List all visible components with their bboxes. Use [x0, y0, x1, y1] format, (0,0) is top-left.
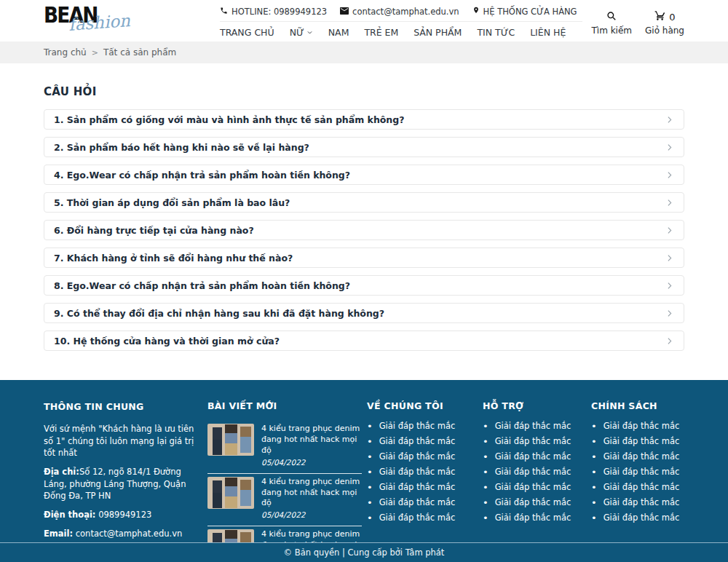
- faq-question: 6. Đổi hàng trực tiếp tại cửa hàng nào?: [54, 225, 254, 236]
- chevron-right-icon: [665, 226, 674, 235]
- footer-about-column: VỀ CHÚNG TÔI Giải đáp thắc mắcGiải đáp t…: [367, 400, 478, 542]
- footer-email-label: Email:: [44, 529, 73, 539]
- faq-row[interactable]: 6. Đổi hàng trực tiếp tại cửa hàng nào?: [44, 220, 684, 240]
- nav-item-tre-em[interactable]: TRẺ EM: [364, 27, 398, 38]
- faq-row[interactable]: 1. Sản phẩm có giống với màu và hình ảnh…: [44, 109, 684, 130]
- footer-link[interactable]: Giải đáp thắc mắc: [591, 482, 684, 492]
- header-actions: Tìm kiếm 0 Giỏ hàng: [591, 6, 684, 36]
- chevron-right-icon: [665, 115, 674, 124]
- nav-item-nam[interactable]: NAM: [328, 27, 349, 38]
- email-text: contact@tamphat.edu.vn: [352, 7, 459, 17]
- footer-link[interactable]: Giải đáp thắc mắc: [483, 451, 586, 462]
- search-button[interactable]: Tìm kiếm: [591, 10, 632, 36]
- post-thumbnail-image: [207, 529, 254, 542]
- breadcrumb: Trang chủ > Tất cả sản phẩm: [44, 41, 684, 63]
- footer-phone-label: Điện thoại:: [44, 510, 95, 520]
- breadcrumb-current: Tất cả sản phẩm: [103, 47, 176, 58]
- faq-row[interactable]: 5. Thời gian áp dụng đổi sản phẩm là bao…: [44, 192, 684, 213]
- envelope-icon: [340, 7, 349, 17]
- header: BEAN fashion HOTLINE: 0989949123 contact…: [0, 0, 728, 41]
- footer: THÔNG TIN CHUNG Với sứ mệnh "Khách hàng …: [0, 380, 728, 542]
- cart-count-badge: 0: [669, 12, 675, 23]
- footer-address: Địa chỉ:Số 12, ngõ 814/1 Đường Láng, phư…: [44, 466, 202, 502]
- faq-question: 8. Ego.Wear có chấp nhận trả sản phẩm ho…: [54, 280, 350, 291]
- post-thumbnail-image: [207, 424, 254, 456]
- footer-link[interactable]: Giải đáp thắc mắc: [591, 436, 684, 446]
- footer-support-links: Giải đáp thắc mắcGiải đáp thắc mắcGiải đ…: [483, 421, 586, 523]
- footer-about-links: Giải đáp thắc mắcGiải đáp thắc mắcGiải đ…: [367, 421, 478, 523]
- chevron-right-icon: [665, 309, 674, 318]
- faq-row[interactable]: 8. Ego.Wear có chấp nhận trả sản phẩm ho…: [44, 275, 684, 296]
- copyright-bar: © Bản quyền | Cung cấp bởi Tâm phát: [0, 542, 728, 562]
- footer-support-title: HỖ TRỢ: [483, 400, 586, 411]
- store-system-link[interactable]: HỆ THỐNG CỬA HÀNG: [472, 6, 577, 17]
- nav-item-lien-he[interactable]: LIÊN HỆ: [530, 27, 566, 38]
- nav-item-tin-tuc[interactable]: TIN TỨC: [477, 27, 515, 38]
- footer-link[interactable]: Giải đáp thắc mắc: [591, 497, 684, 507]
- post-thumbnail-image: [207, 477, 254, 509]
- footer-link[interactable]: Giải đáp thắc mắc: [483, 482, 586, 492]
- chevron-right-icon: [665, 170, 674, 180]
- footer-link[interactable]: Giải đáp thắc mắc: [591, 421, 684, 431]
- nav-item-nu[interactable]: NỮ: [290, 27, 313, 38]
- hotline-link[interactable]: HOTLINE: 0989949123: [220, 7, 327, 17]
- post-date: 05/04/2022: [261, 457, 362, 467]
- footer-link[interactable]: Giải đáp thắc mắc: [483, 421, 586, 431]
- footer-post-item[interactable]: 4 kiểu trang phục denim đang hot nhất ha…: [207, 421, 362, 474]
- footer-link[interactable]: Giải đáp thắc mắc: [367, 497, 478, 507]
- cart-label: Giỏ hàng: [645, 25, 684, 36]
- post-date: 05/04/2022: [261, 510, 362, 520]
- breadcrumb-home[interactable]: Trang chủ: [44, 47, 87, 58]
- footer-link[interactable]: Giải đáp thắc mắc: [591, 451, 684, 462]
- footer-mission: Với sứ mệnh "Khách hàng là ưu tiên số 1"…: [44, 423, 202, 459]
- faq-row[interactable]: 10. Hệ thống cửa hàng và thời gian mở cử…: [44, 331, 684, 351]
- chevron-right-icon: [665, 281, 674, 290]
- footer-link[interactable]: Giải đáp thắc mắc: [483, 497, 586, 507]
- footer-link[interactable]: Giải đáp thắc mắc: [483, 512, 586, 523]
- footer-address-label: Địa chỉ:: [44, 467, 79, 477]
- faq-row[interactable]: 7. Khách hàng ở tỉnh sẽ đổi hàng như thế…: [44, 248, 684, 268]
- faq-row[interactable]: 2. Sản phẩm báo hết hàng khi nào sẽ về l…: [44, 137, 684, 157]
- footer-link[interactable]: Giải đáp thắc mắc: [367, 451, 478, 462]
- footer-link[interactable]: Giải đáp thắc mắc: [591, 512, 684, 523]
- header-center: HOTLINE: 0989949123 contact@tamphat.edu.…: [220, 4, 582, 38]
- faq-question: 2. Sản phẩm báo hết hàng khi nào sẽ về l…: [54, 142, 309, 153]
- faq-row[interactable]: 9. Có thể thay đổi địa chỉ nhận hàng sau…: [44, 303, 684, 323]
- faq-question: 4. Ego.Wear có chấp nhận trả sản phẩm ho…: [54, 170, 350, 181]
- footer-link[interactable]: Giải đáp thắc mắc: [483, 467, 586, 477]
- footer-link[interactable]: Giải đáp thắc mắc: [367, 421, 478, 431]
- email-link[interactable]: contact@tamphat.edu.vn: [340, 7, 459, 17]
- nav-item-trang-chu[interactable]: TRANG CHỦ: [220, 27, 274, 38]
- caret-down-icon: [306, 27, 313, 38]
- footer-link[interactable]: Giải đáp thắc mắc: [483, 436, 586, 446]
- chevron-right-icon: [665, 253, 674, 263]
- nav-item-san-pham[interactable]: SẢN PHẨM: [414, 27, 462, 38]
- post-title: 4 kiểu trang phục denim đang hot nhất ha…: [261, 424, 362, 456]
- logo-script: fashion: [68, 11, 130, 34]
- footer-email: Email: contact@tamphat.edu.vn: [44, 528, 202, 540]
- footer-support-column: HỖ TRỢ Giải đáp thắc mắcGiải đáp thắc mắ…: [483, 400, 586, 542]
- faq-list: 1. Sản phẩm có giống với màu và hình ảnh…: [44, 109, 684, 351]
- chevron-right-icon: [665, 336, 674, 346]
- pin-icon: [472, 6, 480, 17]
- faq-question: 5. Thời gian áp dụng đổi sản phẩm là bao…: [54, 197, 290, 208]
- post-title: 4 kiểu trang phục denim đang hot nhất ha…: [261, 477, 362, 510]
- footer-post-item[interactable]: 4 kiểu trang phục denim đang hot nhất ha…: [207, 526, 362, 542]
- brand-logo[interactable]: BEAN fashion: [44, 1, 137, 41]
- footer-link[interactable]: Giải đáp thắc mắc: [367, 467, 478, 477]
- cart-button[interactable]: 0 Giỏ hàng: [645, 10, 684, 36]
- chevron-right-icon: [665, 198, 674, 207]
- faq-question: 7. Khách hàng ở tỉnh sẽ đổi hàng như thế…: [54, 253, 293, 264]
- footer-link[interactable]: Giải đáp thắc mắc: [591, 467, 684, 477]
- footer-link[interactable]: Giải đáp thắc mắc: [367, 482, 478, 492]
- footer-phone: Điện thoại: 0989949123: [44, 509, 202, 521]
- faq-row[interactable]: 4. Ego.Wear có chấp nhận trả sản phẩm ho…: [44, 165, 684, 185]
- footer-post-item[interactable]: 4 kiểu trang phục denim đang hot nhất ha…: [207, 474, 362, 527]
- footer-link[interactable]: Giải đáp thắc mắc: [367, 436, 478, 446]
- hotline-text: HOTLINE: 0989949123: [232, 7, 327, 17]
- footer-about-title: VỀ CHÚNG TÔI: [367, 400, 478, 411]
- main-nav: TRANG CHỦ NỮ NAM TRẺ EM SẢN PHẨM TIN TỨC…: [220, 22, 582, 38]
- footer-link[interactable]: Giải đáp thắc mắc: [367, 512, 478, 523]
- footer-policy-links: Giải đáp thắc mắcGiải đáp thắc mắcGiải đ…: [591, 421, 684, 523]
- footer-policy-column: CHÍNH SÁCH Giải đáp thắc mắcGiải đáp thắ…: [591, 400, 684, 542]
